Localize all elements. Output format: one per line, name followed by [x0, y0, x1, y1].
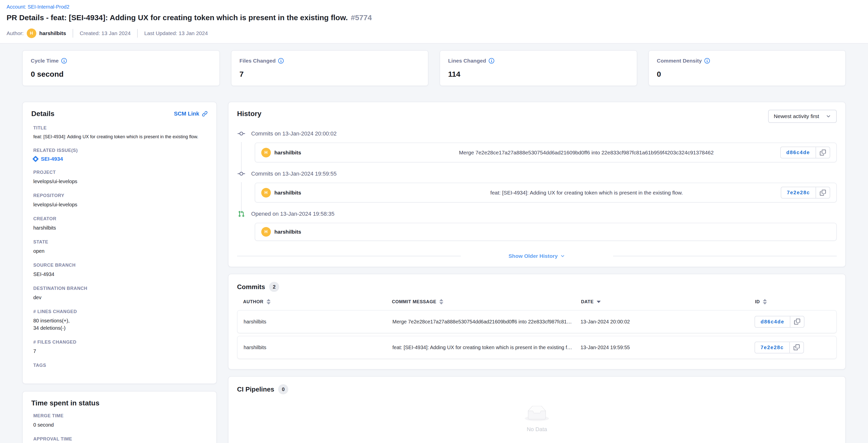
- copy-button[interactable]: [815, 147, 830, 158]
- avatar: H: [27, 29, 36, 38]
- table-row: harshilbits Merge 7e2e28ce17a27a888e5307…: [237, 310, 837, 333]
- inbox-icon: [525, 406, 549, 421]
- timeline-label: Commits on 13-Jan-2024 20:00:02: [251, 130, 337, 137]
- commits-table: AUTHOR COMMIT MESSAGE DATE ID: [237, 299, 837, 359]
- history-title: History: [237, 110, 261, 118]
- detail-field-lines-changed: # LINES CHANGED 80 insertions(+), 34 del…: [31, 309, 208, 332]
- timeline-item-commit: Commits on 13-Jan-2024 19:59:55 H harshi…: [237, 171, 837, 211]
- no-data-text: No Data: [527, 426, 547, 433]
- metric-card-files-changed: Files Changed 7: [231, 50, 429, 86]
- history-panel: History Newest activity first: [228, 102, 846, 267]
- timeline-label: Opened on 13-Jan-2024 19:58:35: [251, 211, 334, 217]
- metric-label: Lines Changed: [448, 58, 486, 64]
- details-panel: Details SCM Link TITLE feat: [SEI-4934]:…: [22, 102, 217, 384]
- column-header-id[interactable]: ID: [755, 299, 831, 304]
- time-field-approval: APPROVAL TIME 0 second: [31, 437, 208, 443]
- cell-author: harshilbits: [244, 345, 393, 350]
- issue-key: SEI-4934: [41, 156, 63, 162]
- metric-value: 7: [240, 70, 420, 79]
- detail-field-related-issues: RELATED ISSUE(S) SEI-4934: [31, 148, 208, 162]
- info-icon[interactable]: [489, 58, 494, 64]
- avatar: H: [261, 227, 271, 237]
- divider: [137, 29, 138, 37]
- detail-field-creator: CREATOR harshilbits: [31, 216, 208, 232]
- timeline-opened-card: H harshilbits: [255, 223, 837, 241]
- metrics-row: Cycle Time 0 second Files Changed 7 Line…: [22, 50, 846, 86]
- time-spent-title: Time spent in status: [31, 399, 208, 407]
- page-title: PR Details - feat: [SEI-4934]: Adding UX…: [6, 13, 862, 22]
- cell-commit-message: feat: [SEI-4934]: Adding UX for creating…: [393, 345, 581, 350]
- link-icon: [202, 111, 208, 117]
- metric-card-comment-density: Comment Density 0: [648, 50, 846, 86]
- commit-message: Merge 7e2e28ce17a27a888e530754dd6ad21609…: [393, 150, 780, 156]
- cell-id: 7e2e28c: [754, 342, 830, 353]
- metric-value: 114: [448, 70, 629, 79]
- timeline-commit-card: H harshilbits Merge 7e2e28ce17a27a888e53…: [255, 143, 837, 163]
- copy-button[interactable]: [815, 187, 830, 199]
- empty-state: No Data: [237, 394, 837, 440]
- commit-hash-link[interactable]: d86c4de: [754, 316, 790, 328]
- detail-field-source-branch: SOURCE BRANCH SEI-4934: [31, 263, 208, 278]
- divider: [613, 256, 837, 256]
- sort-icon: [439, 299, 443, 304]
- cell-date: 13-Jan-2024 19:59:55: [581, 345, 754, 350]
- details-title: Details: [31, 110, 55, 118]
- cell-id: d86c4de: [754, 316, 830, 328]
- scm-link[interactable]: SCM Link: [174, 111, 208, 117]
- info-icon[interactable]: [704, 58, 710, 64]
- commit-author: harshilbits: [274, 190, 301, 196]
- time-field-merge: MERGE TIME 0 second: [31, 413, 208, 429]
- author-name: harshilbits: [39, 30, 66, 36]
- timeline-commit-card: H harshilbits feat: [SEI-4934]: Adding U…: [255, 183, 837, 203]
- timeline-item-opened: Opened on 13-Jan-2024 19:58:35 H harshil…: [237, 211, 837, 249]
- commit-hash-link[interactable]: d86c4de: [780, 147, 816, 158]
- commit-message: feat: [SEI-4934]: Adding UX for creating…: [393, 190, 781, 196]
- cell-commit-message: Merge 7e2e28ce17a27a888e530754dd6ad21609…: [393, 319, 581, 325]
- page-header: Account: SEI-Internal-Prod2 PR Details -…: [0, 0, 868, 43]
- detail-field-files-changed: # FILES CHANGED 7: [31, 339, 208, 355]
- column-header-date[interactable]: DATE: [581, 299, 755, 304]
- metric-value: 0: [657, 70, 837, 79]
- history-timeline: Commits on 13-Jan-2024 20:00:02 H harshi…: [237, 130, 837, 249]
- author-label: Author:: [6, 30, 24, 36]
- last-updated-date: Last Updated: 13 Jan 2024: [144, 30, 208, 36]
- avatar: H: [261, 188, 271, 198]
- sort-icon: [267, 299, 271, 304]
- detail-field-repository: REPOSITORY levelops/ui-levelops: [31, 193, 208, 208]
- timeline-item-commit: Commits on 13-Jan-2024 20:00:02 H harshi…: [237, 130, 837, 171]
- metric-value: 0 second: [31, 70, 211, 79]
- copy-button[interactable]: [789, 342, 804, 353]
- detail-field-project: PROJECT levelops/ui-levelops: [31, 170, 208, 185]
- detail-field-destination-branch: DESTINATION BRANCH dev: [31, 286, 208, 301]
- author-row: Author: H harshilbits Created: 13 Jan 20…: [6, 29, 862, 38]
- account-breadcrumb-link[interactable]: Account: SEI-Internal-Prod2: [6, 4, 69, 10]
- detail-field-tags: TAGS: [31, 363, 208, 368]
- commit-hash-link[interactable]: 7e2e28c: [781, 187, 816, 199]
- ci-pipelines-title: CI Pipelines: [237, 385, 274, 393]
- show-older-history-button[interactable]: Show Older History: [509, 253, 565, 259]
- divider: [237, 256, 461, 256]
- avatar: H: [261, 148, 271, 157]
- show-older-row: Show Older History: [237, 253, 837, 259]
- commit-hash-link[interactable]: 7e2e28c: [754, 342, 790, 353]
- time-spent-panel: Time spent in status MERGE TIME 0 second…: [22, 391, 217, 443]
- metric-card-cycle-time: Cycle Time 0 second: [22, 50, 220, 86]
- column-header-commit-message[interactable]: COMMIT MESSAGE: [392, 299, 581, 304]
- pull-request-icon: [237, 211, 246, 217]
- commit-icon: [237, 171, 246, 177]
- detail-field-title: TITLE feat: [SEI-4934]: Adding UX for cr…: [31, 125, 208, 140]
- main-content: Cycle Time 0 second Files Changed 7 Line…: [0, 43, 868, 443]
- cell-author: harshilbits: [244, 319, 393, 325]
- info-icon[interactable]: [61, 58, 67, 64]
- metric-card-lines-changed: Lines Changed 114: [439, 50, 637, 86]
- created-date: Created: 13 Jan 2024: [80, 30, 131, 36]
- history-sort-dropdown[interactable]: Newest activity first: [768, 110, 837, 123]
- info-icon[interactable]: [278, 58, 284, 64]
- cell-date: 13-Jan-2024 20:00:02: [581, 319, 754, 325]
- sort-icon: [763, 299, 767, 304]
- copy-button[interactable]: [790, 316, 804, 328]
- ci-pipelines-count-badge: 0: [278, 384, 288, 394]
- related-issue-link[interactable]: SEI-4934: [33, 156, 208, 162]
- column-header-author[interactable]: AUTHOR: [243, 299, 392, 304]
- table-row: harshilbits feat: [SEI-4934]: Adding UX …: [237, 336, 837, 359]
